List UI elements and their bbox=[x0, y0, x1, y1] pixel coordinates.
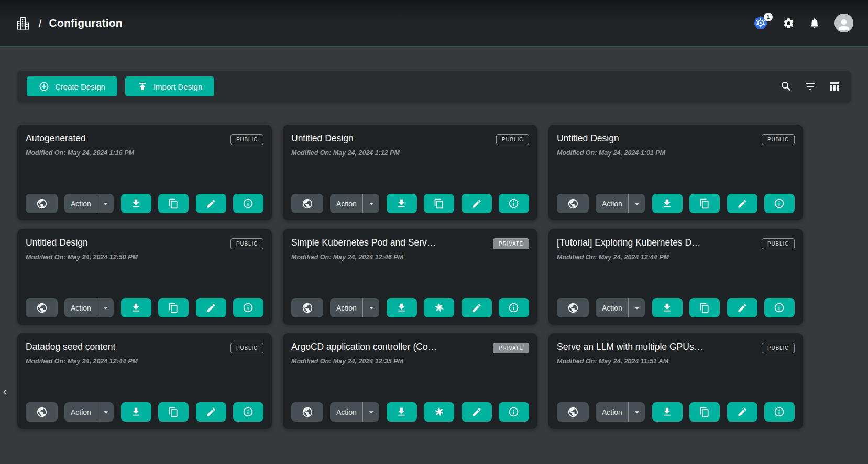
design-title: Serve an LLM with multiple GPUs… bbox=[557, 341, 703, 352]
visibility-globe-button[interactable] bbox=[291, 194, 323, 213]
info-button[interactable] bbox=[764, 194, 795, 213]
action-button-label[interactable]: Action bbox=[330, 402, 362, 422]
action-button-label[interactable]: Action bbox=[64, 298, 97, 317]
visibility-globe-button[interactable] bbox=[26, 298, 58, 317]
info-button[interactable] bbox=[764, 402, 795, 422]
action-button-label[interactable]: Action bbox=[330, 298, 362, 317]
info-icon bbox=[243, 302, 254, 313]
action-split-button[interactable]: Action bbox=[64, 298, 114, 317]
action-split-button[interactable]: Action bbox=[64, 402, 114, 422]
edit-button[interactable] bbox=[462, 298, 492, 317]
action-button-label[interactable]: Action bbox=[64, 194, 97, 213]
edit-button[interactable] bbox=[196, 402, 226, 422]
copy-button[interactable] bbox=[158, 402, 189, 422]
table-view-button[interactable] bbox=[828, 80, 841, 93]
edit-button[interactable] bbox=[462, 194, 492, 213]
notifications-button[interactable] bbox=[808, 17, 821, 29]
action-split-button[interactable]: Action bbox=[64, 194, 114, 213]
info-button[interactable] bbox=[499, 298, 529, 317]
info-button[interactable] bbox=[233, 402, 263, 422]
design-card: ArgoCD application controller (Co… PRIVA… bbox=[283, 333, 537, 429]
action-menu-toggle[interactable] bbox=[97, 402, 114, 422]
action-menu-toggle[interactable] bbox=[363, 298, 379, 317]
info-button[interactable] bbox=[233, 194, 263, 213]
download-button[interactable] bbox=[121, 298, 151, 317]
action-menu-toggle[interactable] bbox=[363, 194, 379, 213]
swirl-button[interactable] bbox=[424, 298, 454, 317]
info-button[interactable] bbox=[233, 298, 263, 317]
drawer-collapse-button[interactable] bbox=[1, 385, 10, 400]
action-menu-toggle[interactable] bbox=[629, 402, 645, 422]
info-button[interactable] bbox=[764, 298, 795, 317]
filter-button[interactable] bbox=[804, 80, 817, 93]
download-button[interactable] bbox=[652, 298, 683, 317]
edit-button[interactable] bbox=[462, 402, 492, 422]
user-avatar[interactable] bbox=[834, 14, 853, 32]
search-button[interactable] bbox=[779, 80, 793, 93]
swirl-button[interactable] bbox=[424, 402, 454, 422]
visibility-globe-button[interactable] bbox=[557, 402, 589, 422]
download-icon bbox=[130, 302, 141, 313]
chevron-left-icon bbox=[1, 387, 10, 397]
settings-button[interactable] bbox=[782, 17, 795, 29]
action-button-label[interactable]: Action bbox=[330, 194, 362, 213]
edit-button[interactable] bbox=[727, 194, 757, 213]
download-button[interactable] bbox=[387, 194, 417, 213]
copy-button[interactable] bbox=[158, 194, 189, 213]
action-split-button[interactable]: Action bbox=[330, 194, 379, 213]
edit-button[interactable] bbox=[196, 194, 226, 213]
edit-button[interactable] bbox=[196, 298, 226, 317]
copy-button[interactable] bbox=[689, 298, 720, 317]
visibility-badge: PUBLIC bbox=[230, 134, 263, 145]
building-icon[interactable] bbox=[15, 15, 31, 31]
visibility-globe-button[interactable] bbox=[557, 298, 589, 317]
toolbar-view-controls bbox=[779, 80, 841, 93]
edit-button[interactable] bbox=[727, 298, 757, 317]
copy-icon bbox=[699, 407, 710, 417]
action-menu-toggle[interactable] bbox=[629, 194, 645, 213]
action-menu-toggle[interactable] bbox=[363, 402, 379, 422]
import-design-button[interactable]: Import Design bbox=[125, 76, 214, 96]
visibility-globe-button[interactable] bbox=[291, 298, 323, 317]
action-split-button[interactable]: Action bbox=[330, 298, 379, 317]
download-button[interactable] bbox=[121, 194, 151, 213]
edit-button[interactable] bbox=[727, 402, 757, 422]
copy-button[interactable] bbox=[424, 194, 454, 213]
download-button[interactable] bbox=[387, 298, 417, 317]
design-card: Simple Kubernetes Pod and Serv… PRIVATE … bbox=[283, 229, 537, 325]
visibility-globe-button[interactable] bbox=[291, 402, 323, 422]
visibility-globe-button[interactable] bbox=[557, 194, 589, 213]
action-menu-toggle[interactable] bbox=[97, 298, 114, 317]
info-icon bbox=[508, 406, 519, 417]
action-split-button[interactable]: Action bbox=[596, 298, 645, 317]
copy-button[interactable] bbox=[158, 298, 189, 317]
action-button-label[interactable]: Action bbox=[596, 298, 628, 317]
visibility-globe-button[interactable] bbox=[26, 402, 58, 422]
globe-icon bbox=[567, 406, 579, 418]
visibility-globe-button[interactable] bbox=[26, 194, 58, 213]
design-title: Untitled Design bbox=[26, 237, 88, 248]
action-menu-toggle[interactable] bbox=[629, 298, 645, 317]
action-split-button[interactable]: Action bbox=[596, 402, 645, 422]
design-card: Untitled Design PUBLIC Modified On: May … bbox=[17, 229, 272, 325]
card-actions: Action bbox=[26, 402, 263, 422]
download-button[interactable] bbox=[652, 402, 683, 422]
info-icon bbox=[774, 302, 785, 313]
copy-button[interactable] bbox=[689, 194, 720, 213]
info-button[interactable] bbox=[499, 194, 529, 213]
download-button[interactable] bbox=[121, 402, 151, 422]
action-menu-toggle[interactable] bbox=[97, 194, 114, 213]
download-button[interactable] bbox=[387, 402, 417, 422]
info-button[interactable] bbox=[499, 402, 529, 422]
action-button-label[interactable]: Action bbox=[64, 402, 97, 422]
action-split-button[interactable]: Action bbox=[596, 194, 645, 213]
download-button[interactable] bbox=[652, 194, 683, 213]
visibility-badge: PUBLIC bbox=[230, 238, 263, 249]
copy-button[interactable] bbox=[689, 402, 720, 422]
action-button-label[interactable]: Action bbox=[596, 402, 628, 422]
action-button-label[interactable]: Action bbox=[596, 194, 628, 213]
action-split-button[interactable]: Action bbox=[330, 402, 379, 422]
swirl-icon bbox=[433, 302, 445, 314]
kubernetes-context-button[interactable]: 1 bbox=[753, 15, 768, 31]
create-design-button[interactable]: Create Design bbox=[27, 76, 117, 96]
